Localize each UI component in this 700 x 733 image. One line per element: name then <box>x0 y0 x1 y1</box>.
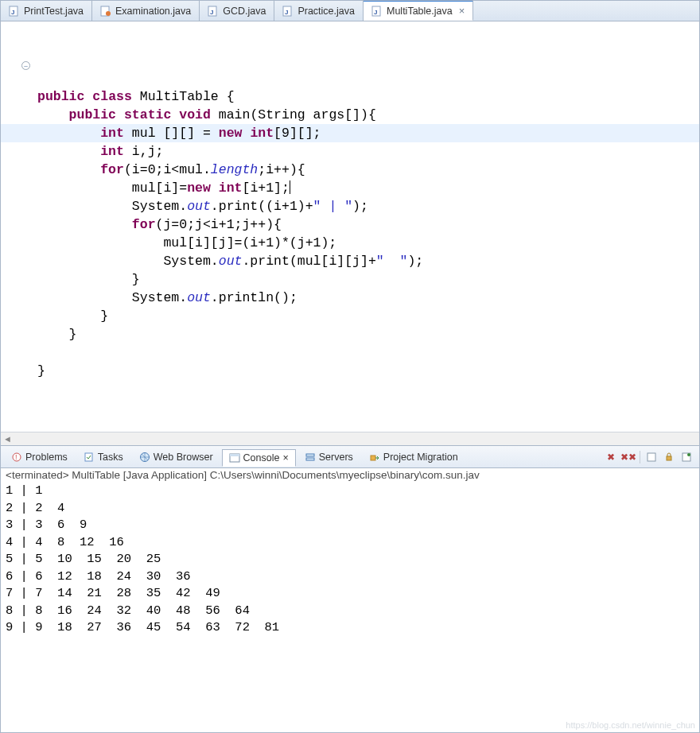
java-file-icon: J <box>9 6 20 17</box>
call: .print((i+1)+ <box>211 199 313 214</box>
kw: void <box>179 107 211 122</box>
brace: } <box>100 308 108 324</box>
editor-pane: J PrintTest.java Examination.java J GCD.… <box>1 1 699 446</box>
decl: i,j; <box>124 144 164 159</box>
view-project-migration[interactable]: Project Migration <box>362 448 465 466</box>
out: out <box>219 254 243 269</box>
assign: mul[i]= <box>132 180 187 196</box>
call: .println(); <box>211 290 298 305</box>
remove-launch-icon[interactable]: ✖ <box>605 451 617 463</box>
kw: int <box>100 144 124 159</box>
svg-text:!: ! <box>15 453 18 461</box>
kw: static <box>124 107 171 122</box>
editor-body[interactable]: – public class MultiTable { public stati… <box>1 21 699 432</box>
console-icon <box>229 452 240 463</box>
migration-icon <box>369 452 380 463</box>
console-launch-label: <terminated> MultiTable [Java Applicatio… <box>1 468 699 482</box>
view-console[interactable]: Console × <box>222 449 296 467</box>
view-problems[interactable]: ! Problems <box>4 448 75 466</box>
for: (i=0;i<mul. <box>124 162 211 177</box>
svg-rect-19 <box>648 453 655 461</box>
svg-text:J: J <box>210 9 213 16</box>
svg-rect-16 <box>306 454 314 456</box>
code-area[interactable]: public class MultiTable { public static … <box>34 21 699 432</box>
pin-console-icon[interactable] <box>680 451 693 463</box>
sys: System. <box>132 199 187 214</box>
bottom-pane: ! Problems Tasks Web Browser Console × S… <box>1 446 699 731</box>
fold-marker-icon[interactable]: – <box>21 61 30 70</box>
close-icon[interactable]: × <box>459 5 465 17</box>
horizontal-scrollbar[interactable]: ◄ <box>1 432 699 445</box>
call: ); <box>407 254 423 269</box>
kw: int <box>250 126 274 141</box>
svg-rect-15 <box>230 454 239 456</box>
tab-multitable[interactable]: J MultiTable.java × <box>364 0 473 21</box>
svg-point-22 <box>687 453 690 456</box>
kw: new <box>219 126 243 141</box>
tab-label: Practice.java <box>298 6 355 17</box>
view-tasks[interactable]: Tasks <box>76 448 130 466</box>
view-tabs: ! Problems Tasks Web Browser Console × S… <box>1 446 699 468</box>
vtab-label: Servers <box>319 452 353 463</box>
brace: } <box>69 327 77 342</box>
scroll-left-icon[interactable]: ◄ <box>1 432 14 446</box>
java-file-icon: J <box>208 6 219 17</box>
kw: public <box>37 89 84 104</box>
decl: mul [][] = <box>124 126 219 141</box>
brace: { <box>227 89 235 104</box>
for: (j=0;j<i+1;j++){ <box>156 217 282 232</box>
sys: System. <box>163 254 218 269</box>
kw: int <box>100 126 124 141</box>
brace: } <box>37 363 45 378</box>
call: .print(mul[i][j]+ <box>242 254 375 269</box>
call: ); <box>352 199 368 214</box>
vtab-label: Console <box>243 452 280 463</box>
assign: [i+1]; <box>242 180 289 196</box>
tab-label: Examination.java <box>115 6 191 17</box>
svg-text:J: J <box>374 9 377 16</box>
clear-console-icon[interactable] <box>645 451 658 463</box>
java-class-icon <box>100 6 111 17</box>
vtab-label: Web Browser <box>154 452 213 463</box>
remove-all-icon[interactable]: ✖✖ <box>622 451 635 463</box>
tab-examination[interactable]: Examination.java <box>92 1 200 21</box>
kw: for <box>100 162 124 177</box>
tab-printtest[interactable]: J PrintTest.java <box>1 1 92 21</box>
svg-point-3 <box>106 11 111 16</box>
svg-rect-18 <box>371 456 375 460</box>
view-web-browser[interactable]: Web Browser <box>132 448 220 466</box>
tab-gcd[interactable]: J GCD.java <box>200 1 274 21</box>
kw: for <box>132 217 156 232</box>
str: " | " <box>313 199 353 214</box>
svg-rect-20 <box>667 456 671 460</box>
out: out <box>187 290 211 305</box>
tab-label: PrintTest.java <box>24 6 84 17</box>
problems-icon: ! <box>11 452 22 463</box>
scroll-lock-icon[interactable] <box>663 451 675 463</box>
vtab-label: Project Migration <box>383 452 458 463</box>
calc: mul[i][j]=(i+1)*(j+1); <box>163 235 336 250</box>
view-servers[interactable]: Servers <box>298 448 360 466</box>
svg-rect-12 <box>85 453 92 461</box>
svg-text:J: J <box>285 9 288 16</box>
tab-label: GCD.java <box>223 6 266 17</box>
java-file-icon: J <box>282 6 294 17</box>
console-toolbar: ✖ ✖✖ <box>605 451 699 463</box>
sig: main(String args[]){ <box>219 107 376 122</box>
kw: int <box>219 180 243 196</box>
java-file-icon: J <box>371 6 383 17</box>
svg-text:J: J <box>11 9 14 16</box>
tab-practice[interactable]: J Practice.java <box>274 1 364 21</box>
console-output[interactable]: 1 | 1 2 | 2 4 3 | 3 6 9 4 | 4 8 12 16 5 … <box>1 482 699 731</box>
classname: MultiTable <box>140 89 219 104</box>
kw: public <box>69 107 116 122</box>
svg-rect-17 <box>306 458 314 460</box>
globe-icon <box>139 452 150 463</box>
close-icon[interactable]: × <box>282 452 288 463</box>
out: out <box>187 199 211 214</box>
kw: new <box>187 180 211 196</box>
editor-tab-bar: J PrintTest.java Examination.java J GCD.… <box>1 1 699 21</box>
vtab-label: Problems <box>25 452 68 463</box>
field: length <box>211 162 258 177</box>
tab-label: MultiTable.java <box>387 6 453 17</box>
